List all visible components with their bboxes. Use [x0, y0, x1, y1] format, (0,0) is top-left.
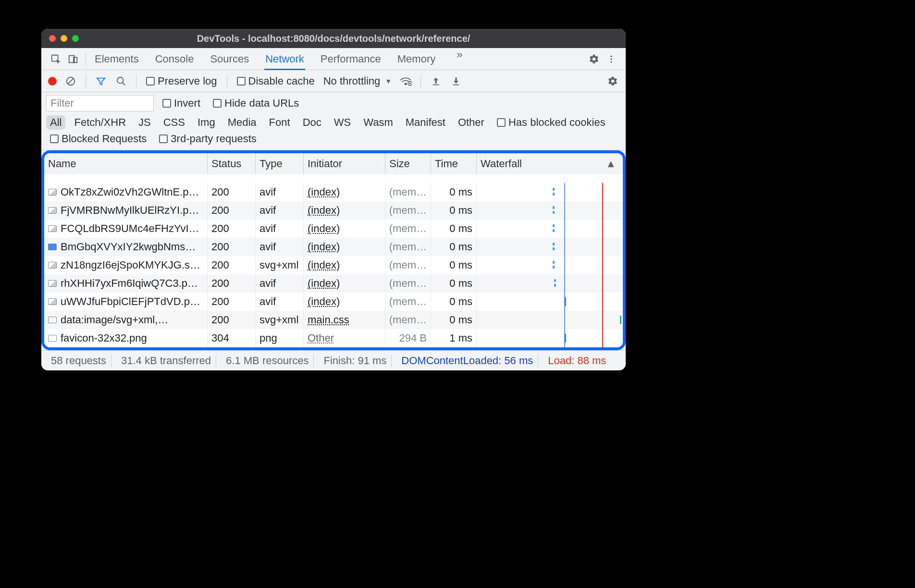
filter-type-font[interactable]: Font [265, 115, 294, 130]
tab-memory[interactable]: Memory [396, 48, 436, 70]
clear-icon[interactable] [63, 76, 78, 86]
more-tabs-icon[interactable]: » [453, 48, 466, 61]
table-row[interactable]: rhXHHi7yxFm6IqiwQ7C3.p…200avif(index)(me… [44, 274, 623, 293]
invert-checkbox[interactable]: Invert [162, 97, 200, 110]
filter-type-media[interactable]: Media [224, 115, 260, 130]
inspect-element-icon[interactable] [49, 52, 62, 66]
blocked-requests-checkbox[interactable]: Blocked Requests [50, 133, 147, 145]
network-conditions-icon[interactable] [398, 76, 413, 86]
initiator-link[interactable]: (index) [308, 222, 340, 235]
cell-initiator: main.css [304, 311, 385, 329]
cell-name: FCQLdbRS9UMc4eFHzYvI… [44, 220, 208, 238]
filter-type-all[interactable]: All [46, 115, 65, 130]
tab-console[interactable]: Console [154, 48, 195, 70]
initiator-link[interactable]: (index) [308, 186, 340, 198]
main-toolbar: Elements Console Sources Network Perform… [41, 48, 626, 70]
tab-elements[interactable]: Elements [94, 48, 140, 70]
col-size[interactable]: Size [385, 153, 431, 174]
search-icon[interactable] [114, 76, 128, 86]
initiator-link[interactable]: (index) [308, 241, 340, 253]
device-toggle-icon[interactable] [66, 52, 80, 66]
cell-size: (mem… [385, 201, 431, 220]
zoom-window-button[interactable] [72, 35, 79, 42]
cell-initiator: (index) [304, 201, 385, 220]
col-initiator[interactable]: Initiator [304, 153, 385, 174]
initiator-link[interactable]: (index) [308, 277, 340, 290]
minimize-window-button[interactable] [61, 35, 67, 42]
settings-gear-icon[interactable] [587, 52, 601, 66]
filter-type-img[interactable]: Img [194, 115, 219, 130]
filter-type-wasm[interactable]: Wasm [359, 115, 397, 130]
table-row[interactable]: uWWJfuFbpiClEFjPTdVD.p…200avif(index)(me… [44, 293, 623, 311]
cell-status: 200 [208, 256, 256, 274]
filter-type-fetchxhr[interactable]: Fetch/XHR [70, 115, 130, 130]
cell-status: 200 [208, 220, 256, 238]
request-name: data:image/svg+xml,… [61, 314, 168, 326]
col-status[interactable]: Status [208, 153, 256, 174]
file-icon [48, 317, 57, 323]
cell-name: favicon-32x32.png [44, 329, 208, 347]
cell-status: 200 [208, 238, 256, 256]
tab-sources[interactable]: Sources [209, 48, 250, 70]
cell-type: avif [256, 201, 304, 220]
table-row[interactable]: FjVMRBNwMyIlkUElRzYI.p…200avif(index)(me… [44, 201, 623, 220]
tab-performance[interactable]: Performance [320, 48, 382, 70]
close-window-button[interactable] [49, 35, 56, 42]
requests-table: Name Status Type Initiator Size Time Wat… [41, 150, 626, 350]
cell-status: 304 [208, 329, 256, 347]
table-header: Name Status Type Initiator Size Time Wat… [44, 153, 623, 174]
filter-type-js[interactable]: JS [135, 115, 155, 130]
cell-name: OkTz8xZwi0zVh2GWltnE.p… [44, 183, 208, 201]
request-name: FjVMRBNwMyIlkUElRzYI.p… [61, 204, 199, 217]
throttling-select[interactable]: No throttling▼ [323, 75, 392, 87]
col-time[interactable]: Time [431, 153, 477, 174]
filter-toggle-icon[interactable] [94, 76, 108, 86]
col-waterfall[interactable]: Waterfall▲ [477, 153, 623, 174]
table-row[interactable]: favicon-32x32.png304pngOther294 B1 ms [44, 329, 623, 347]
initiator-link[interactable]: (index) [308, 259, 340, 271]
cell-name: data:image/svg+xml,… [44, 311, 208, 329]
kebab-menu-icon[interactable] [605, 52, 618, 66]
svg-line-9 [123, 82, 125, 85]
blocked-requests-label: Blocked Requests [62, 133, 147, 145]
table-row[interactable]: FCQLdbRS9UMc4eFHzYvI…200avif(index)(mem…… [44, 220, 623, 238]
initiator-link[interactable]: main.css [308, 314, 349, 326]
cell-status: 200 [208, 201, 256, 220]
disable-cache-checkbox[interactable]: Disable cache [237, 75, 315, 87]
col-name[interactable]: Name [44, 153, 208, 174]
preserve-log-checkbox[interactable]: Preserve log [146, 75, 217, 87]
upload-har-icon[interactable] [429, 76, 443, 86]
cell-type: svg+xml [256, 311, 304, 329]
tab-network[interactable]: Network [264, 48, 305, 70]
filter-type-doc[interactable]: Doc [299, 115, 325, 130]
download-har-icon[interactable] [449, 76, 463, 86]
status-finish: Finish: 91 ms [319, 355, 392, 367]
third-party-checkbox[interactable]: 3rd-party requests [159, 133, 257, 145]
initiator-link[interactable]: (index) [308, 295, 340, 308]
status-load: Load: 88 ms [543, 355, 611, 367]
cell-size: (mem… [385, 293, 431, 311]
cell-time: 0 ms [431, 256, 477, 274]
cell-waterfall [477, 183, 623, 201]
throttling-value: No throttling [323, 75, 381, 87]
initiator-link[interactable]: (index) [308, 204, 340, 217]
table-row[interactable]: data:image/svg+xml,…200svg+xmlmain.css(m… [44, 311, 623, 329]
cell-name: uWWJfuFbpiClEFjPTdVD.p… [44, 293, 208, 311]
has-blocked-cookies-checkbox[interactable]: Has blocked cookies [497, 116, 606, 129]
cell-initiator: (index) [304, 256, 385, 274]
panel-settings-gear-icon[interactable] [606, 76, 620, 86]
table-row[interactable]: OkTz8xZwi0zVh2GWltnE.p…200avif(index)(me… [44, 183, 623, 201]
table-row[interactable]: BmGbqXVYxIY2kwgbNms…200avif(index)(mem…0… [44, 238, 623, 256]
record-button[interactable] [48, 77, 57, 86]
filter-type-css[interactable]: CSS [160, 115, 189, 130]
hide-data-urls-checkbox[interactable]: Hide data URLs [213, 97, 299, 110]
sort-indicator-icon: ▲ [606, 158, 616, 170]
table-row[interactable]: zN18ngzI6ejSpoKMYKJG.s…200svg+xml(index)… [44, 256, 623, 274]
filter-type-manifest[interactable]: Manifest [402, 115, 449, 130]
filter-type-other[interactable]: Other [454, 115, 488, 130]
filter-type-ws[interactable]: WS [330, 115, 355, 130]
cell-type: avif [256, 220, 304, 238]
filter-input[interactable]: Filter [46, 95, 154, 111]
filter-bar-3: Blocked Requests 3rd-party requests [41, 133, 626, 150]
col-type[interactable]: Type [256, 153, 304, 174]
